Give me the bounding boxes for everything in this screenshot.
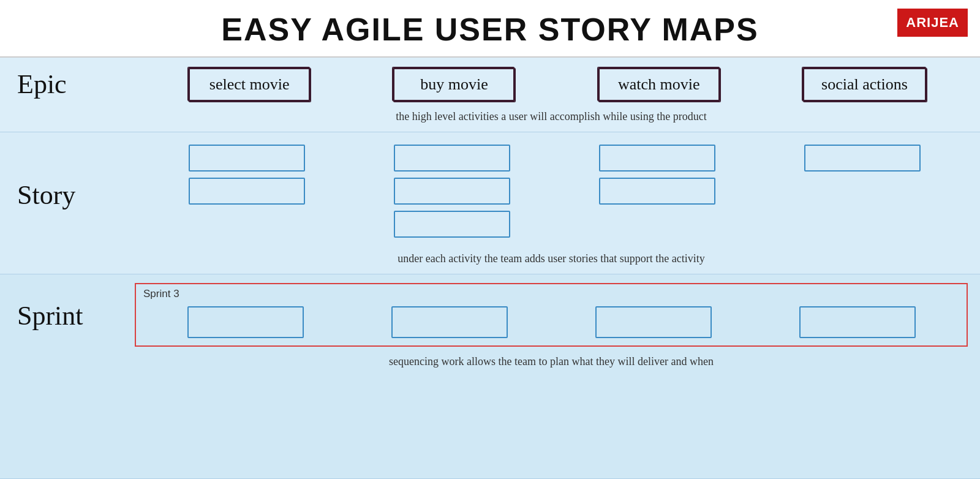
story-card[interactable] bbox=[394, 211, 510, 238]
epic-label: Epic bbox=[0, 67, 135, 99]
epic-card-social-actions[interactable]: social actions bbox=[802, 67, 927, 102]
sprint-content: Sprint 3 bbox=[135, 283, 980, 347]
epic-section: Epic select movie buy movie watch movie … bbox=[0, 58, 980, 132]
story-card[interactable] bbox=[599, 145, 715, 172]
story-card[interactable] bbox=[599, 178, 715, 205]
epic-card-buy-movie[interactable]: buy movie bbox=[393, 67, 515, 102]
page-wrapper: EASY AGILE USER STORY MAPS ARIJEA Epic s… bbox=[0, 0, 980, 479]
sprint-section: Sprint Sprint 3 sequencing work allows bbox=[0, 274, 980, 479]
epic-description: the high level activities a user will ac… bbox=[0, 107, 980, 132]
story-column-4 bbox=[804, 145, 927, 178]
sprint-card-2[interactable] bbox=[391, 306, 508, 338]
story-card[interactable] bbox=[189, 145, 305, 172]
story-column-2 bbox=[394, 145, 516, 244]
story-card[interactable] bbox=[394, 145, 510, 172]
story-card[interactable] bbox=[804, 145, 921, 172]
story-column-1 bbox=[189, 145, 311, 211]
logo-badge: ARIJEA bbox=[897, 9, 968, 37]
epic-row: Epic select movie buy movie watch movie … bbox=[0, 58, 980, 107]
story-card[interactable] bbox=[394, 178, 510, 205]
sprint-description: sequencing work allows the team to plan … bbox=[0, 352, 980, 377]
sprint-cards-row bbox=[143, 306, 959, 338]
sprint-card-4[interactable] bbox=[799, 306, 916, 338]
page-title: EASY AGILE USER STORY MAPS bbox=[221, 11, 758, 48]
epic-card-watch-movie[interactable]: watch movie bbox=[598, 67, 720, 102]
epic-card-select-movie[interactable]: select movie bbox=[188, 67, 311, 102]
sprint-row: Sprint Sprint 3 bbox=[0, 274, 980, 352]
story-cards bbox=[135, 145, 980, 244]
sprint-card-1[interactable] bbox=[187, 306, 304, 338]
epic-cards: select movie buy movie watch movie socia… bbox=[135, 67, 980, 102]
sprint-card-3[interactable] bbox=[595, 306, 712, 338]
content-area: Epic select movie buy movie watch movie … bbox=[0, 58, 980, 479]
story-row: Story bbox=[0, 132, 980, 249]
story-description: under each activity the team adds user s… bbox=[0, 249, 980, 274]
story-card[interactable] bbox=[189, 178, 305, 205]
header: EASY AGILE USER STORY MAPS ARIJEA bbox=[0, 0, 980, 58]
sprint-outline-box: Sprint 3 bbox=[135, 283, 968, 347]
sprint-banner-label: Sprint 3 bbox=[143, 288, 959, 300]
story-label: Story bbox=[0, 178, 135, 210]
story-section: Story bbox=[0, 132, 980, 274]
sprint-label: Sprint bbox=[0, 283, 135, 331]
story-column-3 bbox=[599, 145, 722, 211]
